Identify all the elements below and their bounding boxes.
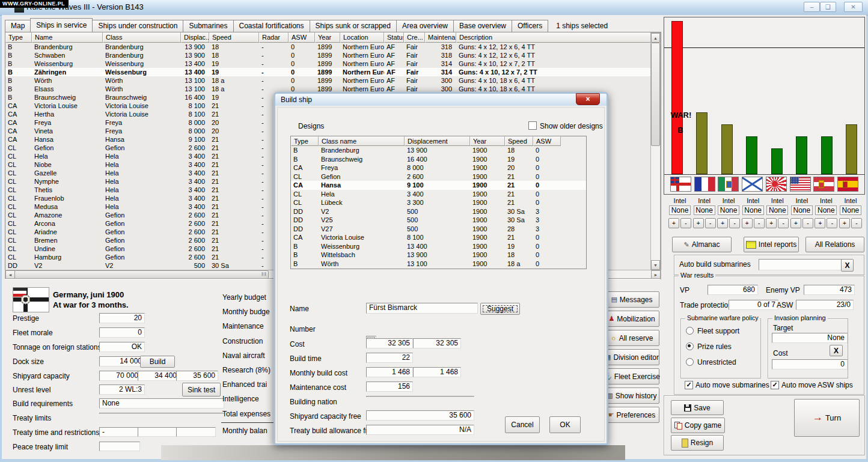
title-bar[interactable]: Rule the Waves III - Version B143 – ❑ ✕ [0, 0, 868, 16]
tab[interactable]: Submarines [183, 20, 233, 32]
save-button[interactable]: Save [671, 400, 724, 415]
column-header[interactable]: Year [315, 32, 340, 43]
tab[interactable]: Map [5, 20, 31, 32]
designs-column-header[interactable]: Speed [505, 136, 533, 146]
table-row[interactable]: B Schwaben Brandenburg 13 900 18 - 0 189… [5, 51, 652, 59]
table-row[interactable]: B Wörth Wörth 13 100 18 a - 0 1899 North… [5, 76, 652, 85]
designs-column-header[interactable]: ASW [533, 136, 561, 146]
fleet-exercise-button[interactable]: Fleet Exercise [604, 368, 659, 384]
tab[interactable]: Base overview [453, 20, 512, 32]
design-row[interactable]: DD V2 500 1900 30 Sa 3 [291, 207, 586, 216]
dialog-close-button[interactable]: × [576, 93, 600, 105]
designs-column-header[interactable]: Displacement [405, 136, 470, 146]
intel-minus-button[interactable]: - [705, 218, 716, 228]
design-row[interactable]: B Brandenburg 13 900 1900 18 0 [291, 146, 586, 155]
radio-icon[interactable] [686, 358, 694, 366]
resign-button[interactable]: Resign [671, 435, 724, 451]
tab[interactable]: 1 ships selected [548, 20, 613, 32]
intel-plus-button[interactable]: + [815, 218, 825, 228]
intel-minus-button[interactable]: - [851, 218, 862, 228]
build-button[interactable]: Build [140, 356, 175, 368]
tab[interactable]: Coastal fortifications [233, 20, 310, 32]
tab[interactable]: Ships sunk or scrapped [310, 20, 397, 32]
designs-column-header[interactable]: Year [470, 136, 505, 146]
design-row[interactable]: CL Hela 3 400 1900 21 0 [291, 190, 586, 199]
nation-flag-icon[interactable] [790, 177, 811, 192]
column-header[interactable]: Description [456, 32, 652, 43]
name-input[interactable]: Fürst Bismarck [366, 303, 478, 314]
suggest-button[interactable]: Suggest [480, 303, 520, 315]
column-header[interactable]: Status [384, 32, 404, 43]
table-row[interactable]: B Zähringen Weissenburg 13 400 19 - 0 18… [5, 68, 652, 76]
show-older-designs-checkbox[interactable] [528, 121, 537, 130]
division-editor-button[interactable]: Division editor [604, 349, 659, 365]
minimize-button[interactable]: – [804, 2, 820, 12]
auto-build-select[interactable] [759, 259, 844, 270]
design-row[interactable]: CL Gefion 2 600 1900 21 0 [291, 172, 586, 181]
intel-minus-button[interactable]: - [680, 218, 691, 228]
design-row[interactable]: B Weissenburg 13 400 1900 19 0 [291, 242, 586, 251]
almanac-button[interactable]: Almanac [672, 237, 732, 252]
column-header[interactable]: Name [32, 32, 103, 43]
design-row[interactable]: CL Lübeck 3 300 1900 21 0 [291, 198, 586, 207]
intel-plus-button[interactable]: + [742, 218, 753, 228]
mobilization-button[interactable]: Mobilization [604, 311, 659, 327]
show-history-button[interactable]: Show history [604, 388, 659, 404]
intel-minus-button[interactable]: - [754, 218, 765, 228]
intel-minus-button[interactable]: - [827, 218, 837, 228]
intel-reports-button[interactable]: Intel reports [744, 237, 799, 252]
intel-plus-button[interactable]: + [766, 218, 777, 228]
table-row[interactable]: B Brandenburg Brandenburg 13 900 18 - 0 … [5, 43, 652, 51]
ok-button[interactable]: OK [549, 416, 581, 433]
auto-build-clear-button[interactable]: X [841, 259, 854, 272]
intel-plus-button[interactable]: + [668, 218, 679, 228]
nation-flag-icon[interactable] [837, 177, 858, 192]
intel-plus-button[interactable]: + [790, 218, 801, 228]
tab[interactable]: Ships in service [30, 18, 93, 32]
column-header[interactable]: Type [5, 32, 32, 43]
radio-icon[interactable] [686, 327, 694, 335]
scroll-right-icon[interactable]: ► [651, 270, 661, 279]
column-header[interactable]: Radar [259, 32, 289, 43]
auto-move-asw-checkbox[interactable] [771, 381, 779, 389]
designs-column-header[interactable]: Class name [319, 136, 405, 146]
scroll-up-icon[interactable]: ▲ [651, 33, 660, 43]
column-header[interactable]: Location [340, 32, 384, 43]
design-row[interactable]: CA Hansa 9 100 1900 21 0 [291, 181, 586, 190]
vertical-scrollbar[interactable]: ▲ ▼ [650, 32, 661, 270]
intel-plus-button[interactable]: + [717, 218, 728, 228]
vertical-scroll-thumb[interactable] [651, 43, 660, 146]
scroll-down-icon[interactable]: ▼ [651, 260, 660, 270]
turn-button[interactable]: Turn [794, 399, 860, 437]
design-row[interactable]: CA Victoria Louise 8 100 1900 21 0 [291, 233, 586, 242]
all-relations-button[interactable]: All Relations [805, 237, 864, 252]
radio-icon[interactable] [686, 342, 694, 350]
nation-flag-icon[interactable] [694, 177, 715, 192]
column-header[interactable]: Speed [209, 32, 259, 43]
policy-option[interactable]: Fleet support [686, 327, 760, 335]
column-header[interactable]: Maintenan... [425, 32, 456, 43]
column-header[interactable]: Displac... [181, 32, 209, 43]
preferences-button[interactable]: Preferences [604, 407, 659, 423]
all-reserve-button[interactable]: All reserve [604, 330, 659, 346]
scroll-left-icon[interactable]: ◄ [5, 270, 15, 279]
column-header[interactable]: ASW [289, 32, 315, 43]
intel-plus-button[interactable]: + [693, 218, 704, 228]
nation-flag-icon[interactable] [766, 177, 787, 192]
horizontal-scroll-thumb[interactable]: ⦀⦀ [14, 270, 269, 279]
policy-option[interactable]: Unrestricted [686, 358, 760, 366]
design-row[interactable]: B Wörth 13 100 1900 18 a 0 [291, 260, 586, 269]
intel-plus-button[interactable]: + [839, 218, 850, 228]
design-row[interactable]: B Wittelsbach 13 900 1900 18 0 [291, 251, 586, 260]
tab[interactable]: Area overview [396, 20, 454, 32]
design-row[interactable]: DD V27 500 1900 28 3 [291, 225, 586, 234]
design-row[interactable]: DD V25 500 1900 30 Sa 3 [291, 216, 586, 225]
tab[interactable]: Officers [512, 20, 548, 32]
invasion-clear-button[interactable]: X [830, 345, 843, 356]
designs-column-header[interactable]: Type [291, 136, 319, 146]
design-row[interactable]: B Braunschweig 16 400 1900 19 0 [291, 155, 586, 164]
policy-option[interactable]: Prize rules [686, 342, 760, 350]
dialog-title-bar[interactable]: Build ship × [275, 94, 607, 106]
cancel-button[interactable]: Cancel [505, 416, 540, 433]
nation-flag-icon[interactable] [718, 177, 739, 192]
